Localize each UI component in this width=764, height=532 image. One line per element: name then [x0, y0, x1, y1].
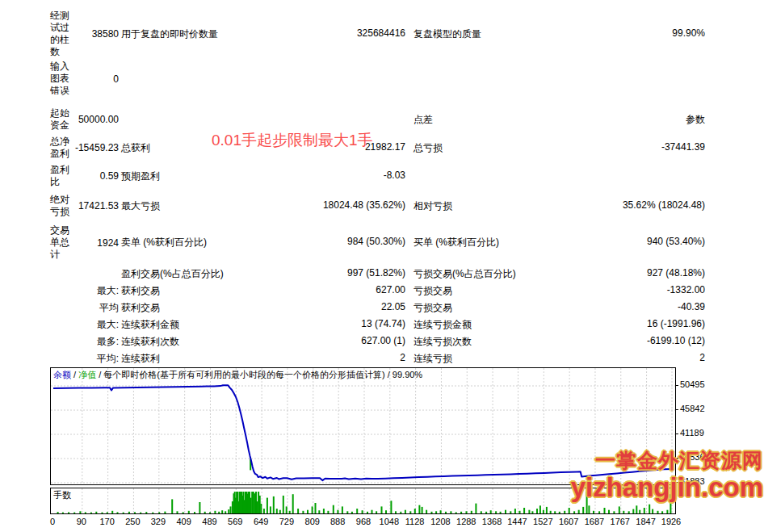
stat-value: 2 — [160, 352, 405, 366]
report-row: 起始资金50000.00点差参数 — [50, 107, 764, 132]
stat-value: 940 (53.40%) — [499, 236, 705, 249]
stat-value: 627.00 (1) — [179, 335, 405, 349]
x-tick-label: 649 — [254, 517, 268, 526]
x-axis-labels: 0901702503294094895696497298098889681048… — [50, 517, 676, 528]
stat-value: -40.39 — [452, 301, 705, 315]
stat-value: 627.00 — [160, 284, 405, 298]
stat-label: 连续亏损金额 — [413, 318, 472, 332]
x-tick-label: 250 — [125, 517, 140, 526]
stat-label: 总亏损 — [413, 141, 443, 155]
legend-part: / — [71, 370, 78, 379]
y-tick-label: 50495 — [680, 379, 705, 389]
stat-label: 卖单 (%获利百分比) — [121, 236, 207, 249]
stat-value: 927 (48.18%) — [516, 267, 705, 281]
y-tick-label: 41189 — [680, 428, 704, 438]
stat-value: -1332.00 — [452, 284, 705, 298]
stat-row-value: 最大: — [72, 284, 119, 298]
x-tick-label: 1368 — [482, 517, 502, 526]
stat-value: -6199.10 (12) — [472, 335, 705, 349]
stat-row-label: 总净盈利 — [50, 136, 72, 160]
report-row: 最多:连续获利次数627.00 (1)连续亏损次数-6199.10 (12) — [50, 333, 764, 350]
stat-value: -37441.39 — [443, 141, 705, 155]
stat-col2: 连续获利次数627.00 (1) — [121, 335, 405, 349]
stat-row-label: 盈利比 — [50, 164, 72, 188]
stat-col2: 盈利交易(%占总百分比)997 (51.82%) — [121, 267, 405, 281]
stat-col2: 连续获利2 — [121, 352, 405, 366]
stat-col2: 连续获利金额13 (74.74) — [121, 318, 405, 332]
stat-label: 亏损交易 — [413, 284, 452, 298]
legend-part: 余额 — [53, 370, 71, 379]
x-tick-label: 1527 — [533, 517, 552, 526]
stat-label: 连续亏损次数 — [413, 335, 472, 349]
stat-col3: 连续亏损2 — [413, 352, 705, 366]
x-tick-label: 329 — [151, 517, 166, 526]
stat-row-label: 绝对亏损 — [50, 194, 72, 218]
stat-label: 连续获利金额 — [121, 318, 179, 332]
stat-col3: 总亏损-37441.39 — [413, 141, 705, 155]
report-row: 最大:获利交易627.00亏损交易-1332.00 — [50, 283, 764, 300]
stat-row-label: 输入图表错误 — [50, 61, 72, 97]
stat-row-value: 平均 — [72, 301, 119, 315]
stat-label: 复盘模型的质量 — [413, 27, 481, 41]
report-row: 总净盈利-15459.23总获利21982.17总亏损-37441.39 — [50, 136, 764, 160]
stat-value: 22.05 — [160, 301, 405, 315]
x-tick-label: 1767 — [611, 517, 630, 526]
stat-col2: 获利交易22.05 — [121, 301, 405, 315]
stat-row-value: 0.59 — [72, 170, 119, 182]
stat-row-value: 0 — [72, 73, 119, 85]
x-tick-label: 729 — [279, 517, 294, 526]
stat-row-value: 1924 — [72, 237, 119, 249]
stat-label: 总获利 — [121, 141, 150, 155]
report-row: 平均获利交易22.05亏损交易-40.39 — [50, 300, 764, 316]
x-tick-label: 1847 — [636, 517, 655, 526]
stat-label: 连续获利 — [121, 352, 160, 366]
x-tick-label: 1208 — [430, 517, 450, 526]
stat-col3: 相对亏损35.62% (18024.48) — [413, 199, 705, 213]
stat-col2: 获利交易627.00 — [121, 284, 405, 298]
stat-value: -8.03 — [160, 170, 405, 183]
stat-col3: 连续亏损金额16 (-1991.96) — [413, 318, 705, 332]
x-tick-label: 968 — [356, 517, 371, 526]
stat-label: 盈利交易(%占总百分比) — [121, 267, 224, 281]
x-tick-label: 1288 — [456, 517, 476, 526]
x-tick-label: 1687 — [585, 517, 604, 526]
lots-label: 手数 — [53, 489, 71, 501]
stat-label: 获利交易 — [121, 301, 160, 315]
stat-value: 2 — [452, 352, 705, 366]
x-tick-label: 1048 — [380, 517, 399, 526]
stat-label: 连续亏损 — [413, 352, 452, 366]
stat-row-value: 17421.53 — [72, 200, 119, 212]
stat-label: 亏损交易(%占总百分比) — [413, 267, 516, 281]
x-tick-label: 170 — [99, 517, 114, 526]
report-row: 交易单总计1924卖单 (%获利百分比)984 (50.30%)买单 (%获利百… — [50, 224, 764, 261]
stat-label: 最大亏损 — [121, 199, 160, 213]
stat-label: 点差 — [413, 113, 433, 127]
x-tick-label: 1607 — [559, 517, 578, 526]
stat-col3: 亏损交易(%占总百分比)927 (48.18%) — [413, 267, 705, 281]
stat-label: 买单 (%获利百分比) — [413, 236, 499, 249]
stat-value: 18024.48 (35.62%) — [160, 199, 405, 213]
stat-row-value: -15459.23 — [72, 142, 119, 153]
stat-row-label: 起始资金 — [50, 107, 72, 132]
report-row: 输入图表错误0 — [50, 61, 764, 97]
x-tick-label: 1447 — [507, 517, 527, 526]
stat-label: 用于复盘的即时价数量 — [121, 27, 218, 41]
chart-legend: 余额 / 净值 / 每个即时价格(基于所有可利用的最小时段的每一个价格的分形插值… — [53, 369, 422, 381]
x-tick-label: 409 — [176, 517, 191, 526]
stat-row-label: 经测试过的柱数 — [50, 10, 72, 58]
stat-col2: 用于复盘的即时价数量325684416 — [121, 27, 405, 41]
report-row: 经测试过的柱数38580用于复盘的即时价数量325684416复盘模型的质量99… — [50, 10, 764, 58]
stat-col3: 复盘模型的质量99.90% — [413, 27, 705, 41]
stat-row-value: 50000.00 — [72, 114, 119, 125]
stat-col2: 卖单 (%获利百分比)984 (50.30%) — [121, 236, 405, 249]
x-tick-label: 90 — [77, 517, 86, 526]
watermark-site-name: 一掌金外汇资源网 — [571, 448, 763, 472]
stats-table: 经测试过的柱数38580用于复盘的即时价数量325684416复盘模型的质量99… — [0, 0, 764, 367]
stat-row-value: 最大: — [72, 318, 119, 332]
report-row: 平均:连续获利2连续亏损2 — [50, 350, 764, 367]
stat-value: 997 (51.82%) — [224, 267, 405, 281]
x-tick-label: 888 — [330, 517, 345, 526]
stat-value: 13 (74.74) — [179, 318, 405, 332]
stat-col3: 连续亏损次数-6199.10 (12) — [413, 335, 705, 349]
stat-col3: 点差参数 — [413, 113, 705, 127]
